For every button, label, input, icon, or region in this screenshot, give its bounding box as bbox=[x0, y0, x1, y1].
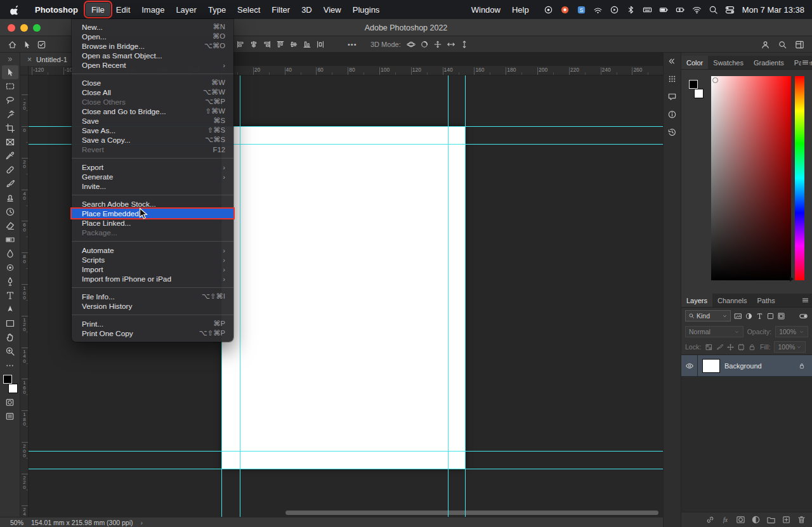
menu-item-search-adobe-stock[interactable]: Search Adobe Stock... bbox=[72, 199, 233, 209]
layer-group-icon[interactable] bbox=[766, 515, 776, 524]
adjustment-layer-icon[interactable] bbox=[751, 515, 761, 524]
menubar-item-view[interactable]: View bbox=[318, 3, 347, 16]
filter-smart-icon[interactable] bbox=[777, 312, 785, 320]
tool-lasso[interactable] bbox=[2, 93, 18, 107]
layer-effects-icon[interactable]: fx bbox=[721, 515, 730, 524]
search-icon[interactable] bbox=[778, 40, 787, 49]
expand-tools-icon[interactable] bbox=[6, 55, 13, 63]
foreground-color-swatch[interactable] bbox=[3, 375, 12, 384]
menu-item-scripts[interactable]: Scripts› bbox=[72, 255, 233, 264]
menubar-item-layer[interactable]: Layer bbox=[170, 3, 202, 16]
tool-gradient[interactable] bbox=[2, 233, 18, 247]
control-center-icon[interactable] bbox=[725, 5, 735, 15]
roll-3d-icon[interactable] bbox=[420, 40, 429, 49]
app-menu-title[interactable]: Photoshop bbox=[27, 5, 86, 15]
tool-move[interactable] bbox=[2, 65, 18, 79]
menubar-item-select[interactable]: Select bbox=[232, 3, 266, 16]
tool-type[interactable] bbox=[2, 289, 18, 303]
info-icon[interactable] bbox=[667, 110, 677, 119]
panel-menu-icon[interactable] bbox=[801, 296, 809, 304]
tool-dodge[interactable] bbox=[2, 261, 18, 275]
align-top-icon[interactable] bbox=[276, 40, 285, 49]
vertical-ruler[interactable]: - 2 002 04 06 08 01 0 01 2 01 4 01 6 01 … bbox=[20, 75, 29, 517]
document-page[interactable] bbox=[221, 126, 465, 469]
lock-position-icon[interactable] bbox=[726, 343, 735, 351]
s-app-icon[interactable]: S bbox=[577, 5, 586, 15]
menu-item-version-history[interactable]: Version History bbox=[72, 301, 233, 311]
blend-mode-select[interactable]: Normal bbox=[685, 326, 743, 337]
saturation-brightness-picker[interactable] bbox=[711, 76, 791, 280]
tool-rectangle[interactable] bbox=[2, 316, 18, 330]
color-swatches[interactable] bbox=[2, 375, 18, 393]
layer-mask-icon[interactable] bbox=[736, 515, 745, 524]
menubar-item-edit[interactable]: Edit bbox=[110, 3, 136, 16]
menu-item-generate[interactable]: Generate› bbox=[72, 172, 233, 181]
align-right-icon[interactable] bbox=[263, 40, 272, 49]
menubar-item-filter[interactable]: Filter bbox=[266, 3, 296, 16]
menu-item-print[interactable]: Print...⌘P bbox=[72, 319, 233, 329]
tool-zoom[interactable] bbox=[2, 344, 18, 358]
tool-crop[interactable] bbox=[2, 121, 18, 135]
lock-artboard-icon[interactable] bbox=[737, 343, 745, 351]
quick-mask-icon[interactable] bbox=[2, 395, 18, 409]
menubar-item-type[interactable]: Type bbox=[202, 3, 232, 16]
menu-item-close-and-go-to-bridge[interactable]: Close and Go to Bridge...⇧⌘W bbox=[72, 107, 233, 116]
layer-thumbnail[interactable] bbox=[703, 360, 719, 372]
panel-menu-icon[interactable] bbox=[801, 58, 809, 67]
menu-item-revert[interactable]: RevertF12 bbox=[72, 145, 233, 154]
layer-filter-kind[interactable]: Kind bbox=[685, 310, 731, 322]
filter-pixel-icon[interactable] bbox=[734, 312, 742, 320]
checkbox-icon[interactable] bbox=[37, 40, 46, 49]
align-bottom-icon[interactable] bbox=[303, 40, 311, 49]
distribute-icon[interactable] bbox=[316, 40, 325, 49]
layer-visibility-toggle[interactable] bbox=[681, 355, 698, 376]
tool-clone-stamp[interactable] bbox=[2, 191, 18, 205]
menu-item-export[interactable]: Export› bbox=[72, 162, 233, 172]
tool-healing-brush[interactable] bbox=[2, 163, 18, 177]
foreground-color-swatch[interactable] bbox=[689, 80, 698, 89]
options-more-icon[interactable]: ••• bbox=[348, 36, 357, 53]
keyboard-icon[interactable] bbox=[643, 5, 652, 15]
apple-menu-icon[interactable] bbox=[0, 4, 27, 15]
lock-transparent-icon[interactable] bbox=[705, 343, 713, 351]
background-color-swatch[interactable] bbox=[9, 384, 17, 393]
menu-item-open-recent[interactable]: Open Recent› bbox=[72, 60, 233, 70]
menu-item-browse-in-bridge[interactable]: Browse in Bridge...⌥⌘O bbox=[72, 41, 233, 51]
tool-eraser[interactable] bbox=[2, 219, 18, 233]
filter-adjust-icon[interactable] bbox=[745, 312, 753, 320]
layers-tab-channels[interactable]: Channels bbox=[712, 294, 752, 307]
home-icon[interactable] bbox=[8, 40, 17, 49]
libraries-icon[interactable] bbox=[667, 74, 677, 84]
airpods-icon[interactable] bbox=[593, 5, 603, 15]
color-tab-color[interactable]: Color bbox=[681, 56, 708, 69]
share-user-icon[interactable] bbox=[761, 40, 770, 49]
menu-item-save-a-copy[interactable]: Save a Copy...⌥⌘S bbox=[72, 135, 233, 145]
menubar-item-image[interactable]: Image bbox=[136, 3, 170, 16]
camera-app-icon[interactable] bbox=[560, 5, 570, 15]
filter-type-icon[interactable] bbox=[756, 312, 764, 320]
bluetooth-icon[interactable] bbox=[626, 5, 636, 15]
scale-3d-icon[interactable] bbox=[460, 40, 469, 49]
opacity-select[interactable]: 100% bbox=[775, 326, 808, 337]
layers-tab-paths[interactable]: Paths bbox=[752, 294, 780, 307]
tool-hand[interactable] bbox=[2, 330, 18, 344]
screen-mode-icon[interactable] bbox=[2, 409, 18, 423]
document-tab[interactable]: × Untitled-1 bbox=[20, 53, 74, 66]
play-circle-icon[interactable] bbox=[610, 5, 619, 15]
battery-charge-icon[interactable] bbox=[676, 5, 685, 15]
menu-item-close[interactable]: Close⌘W bbox=[72, 78, 233, 88]
align-center-v-icon[interactable] bbox=[289, 40, 298, 49]
menu-item-file-info[interactable]: File Info...⌥⇧⌘I bbox=[72, 292, 233, 301]
orbit-3d-icon[interactable] bbox=[407, 40, 416, 49]
collapse-panels-icon[interactable] bbox=[667, 56, 677, 66]
filter-shape-icon[interactable] bbox=[766, 312, 775, 320]
zoom-level[interactable]: 50% bbox=[10, 519, 23, 526]
align-left-icon[interactable] bbox=[236, 40, 245, 49]
align-center-h-icon[interactable] bbox=[249, 40, 258, 49]
tool-brush[interactable] bbox=[2, 177, 18, 191]
menu-item-print-one-copy[interactable]: Print One Copy⌥⇧⌘P bbox=[72, 329, 233, 338]
tool-pen[interactable] bbox=[2, 275, 18, 289]
filter-toggle-icon[interactable] bbox=[799, 311, 808, 321]
menubar-item-plugins[interactable]: Plugins bbox=[347, 3, 386, 16]
delete-layer-icon[interactable] bbox=[797, 515, 806, 524]
